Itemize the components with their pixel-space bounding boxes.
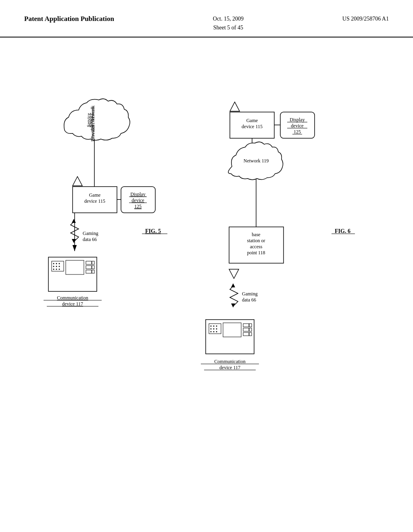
svg-point-7 bbox=[59, 263, 60, 264]
display-device-box-fig6 bbox=[280, 112, 315, 138]
arrow-down-fig5 bbox=[72, 239, 76, 243]
fig6-label: FIG. 6 bbox=[335, 228, 350, 234]
header-sheet: Sheet 5 of 45 bbox=[213, 25, 243, 31]
svg-point-9 bbox=[56, 266, 57, 267]
svg-rect-17 bbox=[92, 261, 94, 264]
comm-device-fig5 bbox=[48, 257, 97, 291]
comm-device-fig6 bbox=[206, 320, 254, 354]
network-label-fig6: Network 119 bbox=[244, 158, 269, 164]
game-device-label-fig5: Game bbox=[89, 192, 101, 198]
game-device-label2-fig6: device 115 bbox=[242, 124, 263, 129]
gaming-data-label-fig6: Gaming bbox=[242, 291, 258, 297]
svg-point-34 bbox=[216, 331, 217, 332]
header-date-sheet: Oct. 15, 2009 Sheet 5 of 45 bbox=[213, 15, 244, 33]
base-station-label4: point 118 bbox=[247, 250, 265, 256]
display-device-label3-fig5: 125 bbox=[134, 204, 142, 209]
fig5-label: FIG. 5 bbox=[145, 228, 161, 234]
svg-rect-15 bbox=[86, 266, 92, 269]
svg-rect-40 bbox=[249, 332, 252, 336]
service-network-label: Service bbox=[86, 113, 91, 127]
svg-point-28 bbox=[216, 325, 217, 326]
comm-device-label-fig5: Communication bbox=[57, 295, 88, 301]
svg-point-32 bbox=[211, 331, 212, 332]
comm-device-label2-fig5: device 117 bbox=[62, 301, 83, 307]
svg-rect-14 bbox=[86, 261, 92, 264]
display-device-label2-fig6: device bbox=[291, 123, 303, 129]
svg-rect-37 bbox=[243, 332, 249, 336]
arrow-up-fig5 bbox=[72, 219, 76, 223]
display-device-box-fig5 bbox=[121, 187, 155, 213]
svg-point-6 bbox=[56, 263, 57, 264]
svg-point-5 bbox=[53, 263, 54, 264]
page-header: Patent Application Publication Oct. 15, … bbox=[0, 0, 413, 37]
header-patent-number: US 2009/258706 A1 bbox=[342, 15, 389, 23]
svg-point-11 bbox=[53, 268, 54, 270]
arrow-down2-fig6 bbox=[231, 303, 235, 308]
svg-point-8 bbox=[53, 266, 54, 267]
service-provider-network-cloud: Service Provider Network bbox=[64, 99, 130, 141]
svg-point-13 bbox=[59, 268, 60, 270]
antenna-fig6 bbox=[230, 102, 240, 111]
svg-rect-39 bbox=[249, 328, 252, 331]
antenna2-fig6 bbox=[229, 269, 239, 278]
screen-fig5 bbox=[66, 260, 84, 274]
svg-rect-38 bbox=[249, 324, 252, 327]
base-station-label3: access bbox=[250, 244, 263, 249]
keyboard-area-fig6 bbox=[209, 324, 221, 334]
svg-point-10 bbox=[59, 266, 60, 267]
svg-text:Service: Service bbox=[88, 113, 94, 127]
svg-point-33 bbox=[213, 331, 215, 332]
display-device-label3-fig6: 125 bbox=[294, 129, 301, 135]
gaming-data-label2-fig5: data 66 bbox=[83, 237, 97, 242]
zigzag-fig5 bbox=[71, 221, 79, 241]
comm-device-label2-fig6: device 117 bbox=[219, 365, 240, 370]
base-station-label2: station or bbox=[247, 238, 265, 243]
svg-point-27 bbox=[213, 325, 215, 326]
header-date: Oct. 15, 2009 bbox=[213, 16, 244, 22]
svg-point-26 bbox=[211, 325, 212, 326]
game-device-label-fig6: Game bbox=[246, 118, 258, 123]
keyboard-area-fig5 bbox=[52, 261, 64, 271]
diagram-svg: Service Provider Network Service Provide… bbox=[0, 37, 413, 513]
svg-point-31 bbox=[216, 328, 217, 329]
network-cloud-fig6 bbox=[228, 142, 283, 180]
svg-rect-19 bbox=[92, 270, 94, 273]
display-device-label-fig5: Display bbox=[130, 191, 145, 197]
svg-rect-35 bbox=[243, 324, 249, 327]
svg-point-12 bbox=[56, 268, 57, 270]
svg-rect-36 bbox=[243, 328, 249, 331]
game-device-box-fig5 bbox=[73, 187, 117, 213]
svg-point-29 bbox=[211, 328, 212, 329]
svg-text:Provider Network: Provider Network bbox=[90, 107, 96, 141]
service-network-label3: 119 bbox=[90, 125, 95, 131]
base-station-box bbox=[229, 227, 284, 263]
arrow-up2-fig6 bbox=[231, 283, 235, 287]
publication-title: Patent Application Publication bbox=[24, 15, 114, 23]
antenna-fig5 bbox=[73, 177, 82, 186]
zigzag-fig6 bbox=[230, 285, 238, 305]
game-device-label2-fig5: device 115 bbox=[84, 198, 105, 204]
gaming-data-label-fig5: Gaming bbox=[83, 231, 98, 236]
display-device-label-fig6: Display bbox=[290, 117, 305, 123]
gaming-data-label2-fig6: data 66 bbox=[242, 297, 256, 303]
diagram-area: Service Provider Network Service Provide… bbox=[0, 37, 413, 513]
base-station-label1: base bbox=[252, 232, 260, 237]
service-network-label2: Provider Network bbox=[90, 105, 95, 139]
display-device-label2-fig5: device bbox=[131, 197, 144, 203]
svg-point-30 bbox=[213, 328, 215, 329]
svg-rect-18 bbox=[92, 266, 94, 269]
game-device-box-fig6 bbox=[230, 112, 274, 138]
svg-rect-16 bbox=[86, 270, 92, 273]
comm-device-label-fig6: Communication bbox=[214, 359, 245, 364]
screen-fig6 bbox=[223, 323, 241, 337]
